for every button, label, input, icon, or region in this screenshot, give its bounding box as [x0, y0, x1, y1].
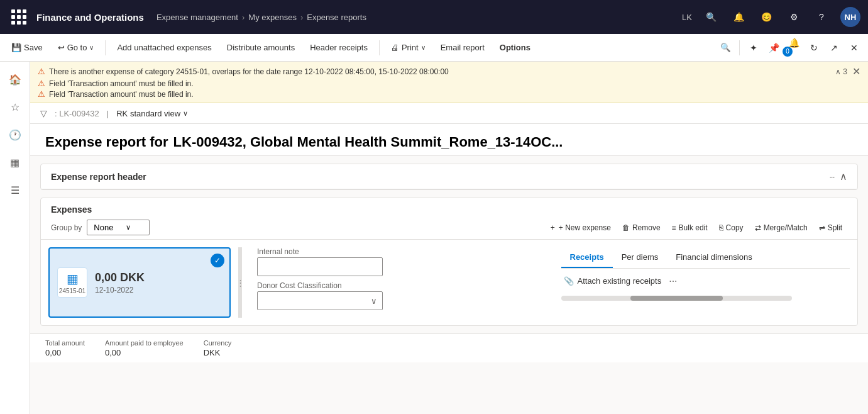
page-header: Expense report for LK-009432, Global Men…	[30, 124, 868, 156]
section-collapse-label: --	[830, 172, 835, 181]
remove-expense-button[interactable]: 🗑 Remove	[617, 221, 666, 235]
toolbar-close-button[interactable]: ✕	[845, 39, 863, 57]
toolbar-forward-button[interactable]: ↗	[825, 39, 843, 57]
attach-receipts-button[interactable]: 📎 Attach existing receipts	[561, 274, 664, 288]
bulk-edit-icon: ≡	[672, 223, 676, 232]
goto-button[interactable]: ↩ Go to ∨	[52, 38, 101, 58]
distribute-amounts-button[interactable]: Distribute amounts	[221, 38, 301, 58]
sidebar-item-star[interactable]: ☆	[3, 94, 28, 120]
panel-tabs: Receipts Per diems Financial dimensions	[561, 247, 850, 269]
tab-financial-dimensions[interactable]: Financial dimensions	[667, 247, 761, 268]
toolbar-refresh-button[interactable]: ↻	[805, 39, 823, 57]
sidebar: 🏠 ☆ 🕐 ▦ ☰	[0, 62, 30, 414]
user-avatar[interactable]: NH	[840, 7, 860, 27]
filter-icon[interactable]: ▽	[40, 108, 47, 118]
toolbar-search-button[interactable]: 🔍	[717, 39, 734, 57]
waffle-menu[interactable]	[8, 6, 30, 28]
help-button[interactable]: ?	[813, 8, 830, 26]
split-button[interactable]: ⇌ Split	[814, 221, 847, 235]
view-selector[interactable]: RK standard view ∨	[116, 109, 188, 118]
print-icon: 🖨	[391, 43, 399, 52]
group-by-select[interactable]: None ∨	[87, 220, 150, 235]
view-chevron-icon: ∨	[183, 109, 188, 118]
toolbar-sep-1	[105, 40, 106, 55]
toolbar-star-button[interactable]: ✦	[745, 39, 762, 57]
expenses-section: Expenses Group by None ∨ + + New expense	[40, 198, 858, 326]
currency-label: Currency	[204, 339, 232, 347]
sidebar-item-home[interactable]: 🏠	[3, 67, 28, 92]
merge-button[interactable]: ⇄ Merge/Match	[750, 221, 813, 235]
expense-item-info: 0,00 DKK 12-10-2022	[95, 271, 222, 294]
internal-note-label: Internal note	[257, 247, 546, 256]
search-button[interactable]: 🔍	[702, 8, 720, 26]
expense-amount: 0,00 DKK	[95, 271, 222, 284]
expenses-header: Expenses Group by None ∨ + + New expense	[41, 198, 857, 240]
content-area: 🏠 ☆ 🕐 ▦ ☰ ⚠ There is another expense of …	[0, 62, 868, 414]
email-report-button[interactable]: Email report	[434, 38, 491, 58]
tab-receipts[interactable]: Receipts	[561, 247, 613, 268]
expense-report-header-section: Expense report header -- ∧	[40, 164, 858, 190]
emoji-button[interactable]: 😊	[757, 8, 775, 26]
receipt-area: 📎 Attach existing receipts ···	[561, 274, 850, 288]
internal-note-input[interactable]	[257, 257, 383, 276]
scroll-indicator	[561, 296, 793, 301]
total-amount-label: Total amount	[45, 339, 85, 347]
remove-icon: 🗑	[622, 223, 630, 232]
app-title: Finance and Operations	[36, 12, 144, 23]
group-by-control: Group by None ∨	[51, 220, 150, 235]
section-controls: -- ∧	[830, 171, 847, 182]
donor-cost-chevron: ∨	[371, 296, 377, 306]
alert-item-3: ⚠ Field 'Transaction amount' must be fil…	[38, 89, 860, 99]
toolbar: 💾 Save ↩ Go to ∨ Add unattached expenses…	[0, 34, 868, 62]
calendar-icon: ▦	[67, 271, 79, 286]
split-icon: ⇌	[819, 223, 825, 232]
tab-per-diems[interactable]: Per diems	[613, 247, 667, 268]
new-expense-button[interactable]: + + New expense	[546, 221, 616, 235]
alerts-close-button[interactable]: ✕	[852, 65, 860, 77]
print-chevron: ∨	[421, 44, 426, 51]
donor-cost-select[interactable]: ∨	[257, 291, 383, 310]
alert-item-1: ⚠ There is another expense of category 2…	[38, 67, 449, 76]
page-footer: Total amount 0,00 Amount paid to employe…	[30, 333, 868, 362]
alert-icon-2: ⚠	[38, 79, 45, 88]
expenses-actions: + + New expense 🗑 Remove ≡ Bulk edit	[546, 221, 847, 235]
copy-button[interactable]: ⎘ Copy	[714, 221, 749, 235]
donor-cost-label: Donor Cost Classification	[257, 281, 546, 290]
tabs-panel: Receipts Per diems Financial dimensions …	[561, 247, 850, 318]
currency-value: DKK	[204, 348, 232, 357]
add-unattached-button[interactable]: Add unattached expenses	[111, 38, 217, 58]
right-panel: Internal note Donor Cost Classification …	[250, 247, 554, 318]
print-button[interactable]: 🖨 Print ∨	[385, 38, 432, 58]
attach-icon: 📎	[564, 276, 574, 286]
amount-paid-value: 0,00	[105, 348, 184, 357]
expenses-toolbar: Group by None ∨ + + New expense 🗑	[51, 220, 847, 235]
options-button[interactable]: Options	[493, 38, 537, 58]
amount-paid-label: Amount paid to employee	[105, 339, 184, 347]
header-receipts-button[interactable]: Header receipts	[304, 38, 374, 58]
section-expand-icon[interactable]: ∧	[840, 171, 847, 182]
alerts-bar: ⚠ There is another expense of category 2…	[30, 62, 868, 103]
drag-divider[interactable]: ⋮	[238, 247, 242, 318]
copy-icon: ⎘	[719, 223, 723, 232]
breadcrumb-item-1[interactable]: Expense management	[157, 13, 238, 22]
settings-button[interactable]: ⚙	[785, 8, 803, 26]
expense-report-header-toggle[interactable]: Expense report header -- ∧	[41, 164, 857, 189]
merge-icon: ⇄	[755, 223, 761, 232]
lk-label: LK	[682, 13, 692, 22]
alert-item-2: ⚠ Field 'Transaction amount' must be fil…	[38, 79, 860, 88]
waffle-grid-icon	[11, 9, 26, 25]
breadcrumb-item-3[interactable]: Expense reports	[307, 13, 366, 22]
group-by-label: Group by	[51, 223, 82, 232]
expense-item[interactable]: ▦ 24515-01 0,00 DKK 12-10-2022 ✓	[48, 247, 231, 318]
alert-icon-3: ⚠	[38, 89, 45, 99]
bulk-edit-button[interactable]: ≡ Bulk edit	[667, 221, 713, 235]
sidebar-item-recent[interactable]: 🕐	[3, 122, 28, 147]
group-select-chevron: ∨	[126, 223, 131, 232]
save-button[interactable]: 💾 Save	[5, 38, 49, 58]
more-options-button[interactable]: ···	[669, 276, 677, 287]
sidebar-item-grid[interactable]: ▦	[3, 150, 28, 175]
sidebar-item-list[interactable]: ☰	[3, 177, 28, 203]
toolbar-pin-button[interactable]: 📌	[765, 39, 783, 57]
bell-button[interactable]: 🔔	[730, 8, 747, 26]
breadcrumb-item-2[interactable]: My expenses	[248, 13, 297, 22]
